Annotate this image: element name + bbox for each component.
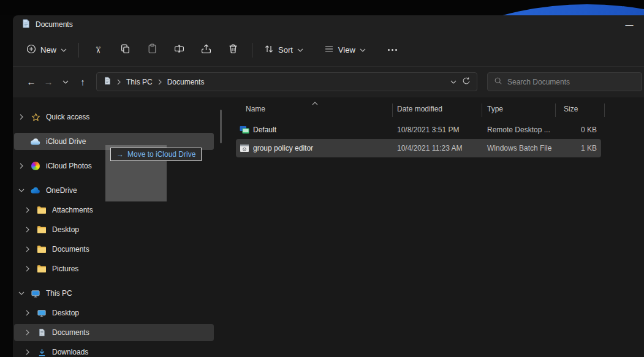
sidebar-item-quick-access[interactable]: Quick access [14, 108, 214, 126]
monitor-icon [36, 309, 47, 318]
sidebar-item-label: Quick access [46, 113, 89, 121]
breadcrumb-documents[interactable]: Documents [167, 78, 205, 86]
column-header-date[interactable]: Date modified [397, 105, 442, 113]
title-bar[interactable]: Documents — [13, 15, 644, 34]
search-box[interactable]: Search Documents [487, 72, 642, 91]
plus-circle-icon [26, 44, 36, 56]
chevron-down-icon[interactable] [18, 189, 25, 192]
drag-tooltip-label: Move to iCloud Drive [127, 150, 195, 159]
chevron-down-icon[interactable] [18, 291, 25, 295]
column-separator[interactable] [555, 103, 556, 117]
sort-arrows-icon [264, 44, 274, 56]
explorer-window: Documents — New ✂ [13, 15, 644, 357]
downloads-icon [36, 348, 47, 357]
sidebar-item-label: Desktop [52, 309, 79, 317]
chevron-down-icon [297, 48, 303, 52]
icloud-drive-icon [30, 138, 41, 146]
minimize-button[interactable]: — [618, 15, 640, 34]
share-button[interactable] [192, 39, 219, 61]
sidebar-item-label: Documents [52, 328, 89, 337]
sidebar-item-pc-documents[interactable]: Documents [14, 324, 214, 341]
new-button[interactable]: New [20, 40, 73, 60]
sidebar-item-label: OneDrive [46, 186, 77, 195]
sidebar-item-label: Pictures [52, 265, 78, 273]
chevron-down-icon [61, 48, 67, 52]
sidebar-item-downloads[interactable]: Downloads [14, 344, 214, 357]
paste-button[interactable] [138, 39, 165, 61]
file-name: Default [253, 126, 276, 134]
chevron-right-icon[interactable] [24, 227, 31, 233]
delete-button[interactable] [219, 39, 246, 61]
document-icon [21, 19, 31, 31]
rename-button[interactable] [165, 39, 192, 61]
sidebar-item-onedrive-desktop[interactable]: Desktop [14, 221, 214, 238]
back-button[interactable]: ← [23, 73, 40, 91]
column-header-name[interactable]: Name [246, 105, 265, 113]
address-dropdown-icon[interactable] [450, 80, 456, 84]
view-button[interactable]: View [318, 40, 372, 60]
breadcrumb-chevron-icon [158, 79, 162, 85]
file-size: 0 KB [555, 126, 597, 134]
cut-button[interactable]: ✂ [85, 39, 112, 61]
file-list-pane: Name Date modified Type Size Default 10/… [236, 97, 644, 357]
sidebar-scrollbar-thumb[interactable] [220, 110, 222, 143]
more-options-button[interactable] [379, 39, 406, 61]
chevron-right-icon[interactable] [24, 207, 31, 213]
search-icon [494, 77, 502, 88]
toolbar-separator [252, 43, 252, 58]
sidebar-item-this-pc[interactable]: This PC [14, 285, 214, 302]
file-row-default[interactable]: Default 10/8/2021 3:51 PM Remote Desktop… [236, 121, 601, 139]
chevron-right-icon[interactable] [24, 349, 31, 355]
recent-locations-button[interactable] [57, 73, 74, 91]
sidebar-item-label: Downloads [52, 348, 88, 356]
location-icon [103, 77, 112, 87]
forward-button[interactable]: → [40, 73, 57, 91]
search-placeholder: Search Documents [507, 78, 570, 86]
file-row-group-policy-editor[interactable]: group policy editor 10/4/2021 11:23 AM W… [236, 139, 601, 157]
chevron-right-icon[interactable] [24, 246, 31, 252]
view-list-icon [324, 44, 334, 56]
address-bar[interactable]: This PC Documents [96, 72, 477, 91]
column-header-size[interactable]: Size [564, 105, 578, 113]
file-type: Remote Desktop ... [487, 126, 550, 134]
sidebar-item-label: iCloud Drive [46, 137, 86, 146]
chevron-right-icon[interactable] [24, 266, 31, 272]
copy-button[interactable] [112, 39, 138, 61]
column-separator[interactable] [604, 103, 605, 117]
sidebar-item-pc-desktop[interactable]: Desktop [14, 304, 214, 321]
desktop-wallpaper-strip [0, 0, 644, 15]
sidebar-item-label: Documents [52, 245, 89, 254]
sort-button[interactable]: Sort [258, 40, 309, 60]
file-date: 10/8/2021 3:51 PM [397, 126, 459, 134]
navigation-row: ← → ↑ This PC Documents [13, 67, 644, 97]
file-name: group policy editor [253, 144, 313, 152]
chevron-right-icon[interactable] [24, 310, 31, 316]
rename-icon [174, 43, 184, 56]
documents-icon [36, 328, 47, 337]
sidebar-item-attachments[interactable]: Attachments [14, 201, 214, 219]
chevron-right-icon[interactable] [18, 114, 25, 120]
icloud-photos-icon [30, 162, 41, 170]
chevron-down-icon [360, 48, 366, 52]
sidebar-item-label: This PC [46, 289, 72, 298]
breadcrumb-this-pc[interactable]: This PC [126, 78, 153, 86]
chevron-right-icon[interactable] [24, 329, 31, 336]
file-type: Windows Batch File [487, 144, 551, 152]
sidebar-item-onedrive-documents[interactable]: Documents [14, 241, 214, 258]
content-area: Quick access iCloud Drive iCloud Photos [13, 97, 644, 357]
file-date: 10/4/2021 11:23 AM [397, 144, 463, 152]
batch-file-icon [240, 143, 249, 155]
window-title: Documents [36, 20, 73, 29]
paste-icon [147, 43, 157, 56]
chevron-right-icon[interactable] [18, 163, 25, 169]
up-button[interactable]: ↑ [74, 73, 91, 91]
sidebar-item-pictures[interactable]: Pictures [14, 260, 214, 277]
column-separator[interactable] [392, 103, 393, 117]
column-header-type[interactable]: Type [487, 105, 503, 113]
breadcrumb-chevron-icon [117, 79, 121, 85]
refresh-icon[interactable] [462, 77, 471, 87]
column-separator[interactable] [482, 103, 482, 117]
star-icon [30, 113, 41, 122]
column-headers: Name Date modified Type Size [236, 102, 644, 118]
sort-button-label: Sort [278, 45, 293, 54]
